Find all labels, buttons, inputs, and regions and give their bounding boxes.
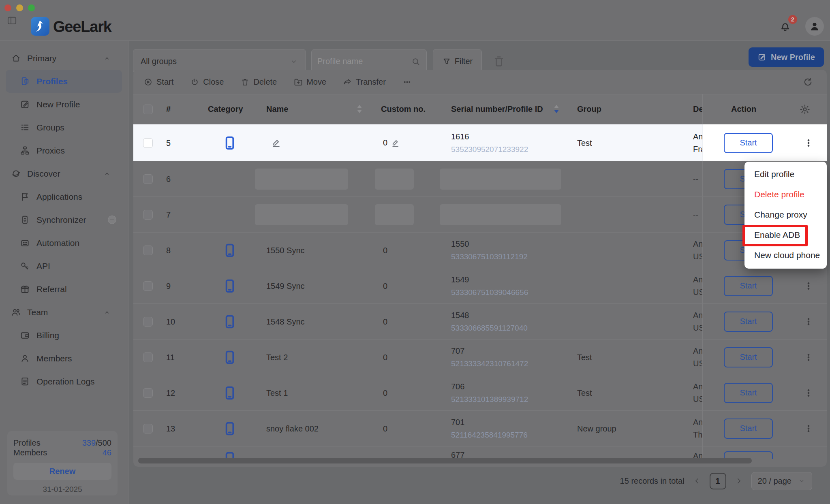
cloud-phone-category-icon: [222, 349, 238, 365]
header-device: De: [693, 94, 704, 124]
toolbar-close-button[interactable]: Close: [190, 77, 224, 87]
row-checkbox[interactable]: [143, 210, 153, 220]
context-menu-item-edit-profile[interactable]: Edit profile: [744, 164, 827, 184]
custom-number-cell: 0: [383, 317, 387, 326]
edit-custom-no-pencil-icon[interactable]: [391, 138, 400, 148]
start-button[interactable]: Start: [724, 347, 773, 367]
serial-sort-control[interactable]: [554, 105, 559, 113]
row-checkbox[interactable]: [143, 281, 153, 291]
share-icon: [343, 77, 352, 87]
sidebar-item-billing[interactable]: Billing: [6, 324, 122, 347]
renew-button[interactable]: Renew: [13, 463, 111, 480]
window-zoom-button[interactable]: [28, 4, 35, 11]
toolbar-start-button[interactable]: Start: [143, 77, 173, 87]
custom-number-cell: 0: [383, 138, 400, 148]
row-checkbox[interactable]: [143, 388, 153, 398]
profile-name: 1550 Sync: [266, 246, 305, 255]
next-page-icon[interactable]: [735, 477, 743, 485]
edit-name-pencil-icon[interactable]: [271, 138, 282, 148]
sidebar-section-discover[interactable]: Discover: [0, 162, 128, 185]
profile-id: 535230952071233922: [451, 143, 528, 156]
context-menu-item-change-proxy[interactable]: Change proxy: [744, 205, 827, 225]
phone-sync-icon: [20, 215, 30, 225]
sidebar-item-applications[interactable]: Applications: [6, 185, 122, 208]
table-row: 81550 Sync01550533306751039112192AnUSSta…: [133, 233, 827, 268]
sidebar-item-proxies[interactable]: Proxies: [6, 139, 122, 162]
column-settings-gear-icon[interactable]: [799, 104, 811, 115]
sidebar-section-team[interactable]: Team: [0, 301, 128, 324]
sidebar-item-profiles[interactable]: Profiles: [6, 70, 122, 93]
window-minimize-button[interactable]: [16, 4, 23, 11]
custom-number-value: 0: [383, 388, 387, 397]
chevron-down-icon: [289, 57, 298, 66]
start-button[interactable]: Start: [724, 383, 773, 403]
select-all-checkbox[interactable]: [143, 105, 153, 114]
toolbar-transfer-button[interactable]: Transfer: [343, 77, 386, 87]
device-os: An: [693, 416, 703, 429]
start-button[interactable]: Start: [724, 419, 773, 439]
loading-skeleton: [255, 204, 348, 225]
plan-summary: Profiles 339/500 Members 46 Renew 31-01-…: [7, 431, 118, 495]
row-checkbox[interactable]: [143, 317, 153, 327]
action-cell: Start: [702, 340, 827, 375]
row-checkbox[interactable]: [143, 138, 153, 148]
start-button[interactable]: Start: [724, 133, 773, 153]
context-menu-item-enable-adb[interactable]: Enable ADB: [744, 225, 827, 245]
row-context-menu: Edit profileDelete profileChange proxyEn…: [744, 162, 827, 269]
row-checkbox[interactable]: [143, 352, 153, 362]
row-number: 12: [166, 388, 175, 397]
name-sort-control[interactable]: [357, 105, 362, 113]
current-page-button[interactable]: 1: [710, 473, 726, 489]
previous-page-icon[interactable]: [693, 477, 701, 485]
sidebar-item-referral[interactable]: Referral: [6, 278, 122, 301]
collapse-caret-icon: [103, 170, 111, 178]
toolbar-button-label: Move: [306, 77, 326, 87]
horizontal-scrollbar[interactable]: [138, 458, 752, 463]
sidebar-item-label: Automation: [36, 238, 79, 248]
sidebar-toggle-icon[interactable]: [6, 15, 17, 26]
loading-skeleton: [375, 169, 414, 190]
sidebar-item-new-profile[interactable]: New Profile: [6, 93, 122, 116]
refresh-icon[interactable]: [802, 77, 813, 88]
row-more-actions-icon[interactable]: [803, 281, 814, 291]
sidebar-item-automation[interactable]: Automation: [6, 231, 122, 254]
toolbar-delete-button[interactable]: Delete: [240, 77, 277, 87]
row-checkbox[interactable]: [143, 424, 153, 434]
context-menu-item-delete-profile[interactable]: Delete profile: [744, 184, 827, 205]
members-quota-row: Members 46: [13, 448, 111, 457]
row-checkbox[interactable]: [143, 174, 153, 184]
row-more-actions-icon[interactable]: [803, 388, 814, 398]
profile-id: 533306751039112192: [451, 250, 528, 263]
sidebar-item-operation-logs[interactable]: Operation Logs: [6, 370, 122, 393]
clear-filter-icon[interactable]: [492, 54, 506, 68]
row-more-actions-icon[interactable]: [803, 352, 814, 363]
toolbar-move-button[interactable]: Move: [293, 77, 326, 87]
sidebar-item-api[interactable]: API: [6, 254, 122, 278]
page-size-select[interactable]: 20 / page: [751, 472, 812, 490]
serial-profile-id-cell: 701521164235841995776: [451, 416, 528, 441]
context-menu-item-new-cloud-phone[interactable]: New cloud phone: [744, 245, 827, 265]
start-button[interactable]: Start: [724, 312, 773, 332]
serial-number: 706: [451, 380, 528, 393]
new-profile-button[interactable]: New Profile: [749, 47, 824, 67]
sidebar-item-members[interactable]: Members: [6, 347, 122, 370]
network-icon: [20, 145, 30, 156]
row-number: 5: [166, 138, 171, 147]
sidebar-item-groups[interactable]: Groups: [6, 116, 122, 139]
start-button[interactable]: Start: [724, 276, 773, 296]
toolbar-more-button[interactable]: [402, 77, 412, 87]
row-more-actions-icon[interactable]: [803, 316, 814, 327]
row-number: 9: [166, 281, 171, 290]
window-close-button[interactable]: [4, 4, 11, 11]
sidebar-item-synchronizer[interactable]: Synchronizer: [6, 208, 122, 231]
chevron-down-icon: [798, 477, 806, 485]
sidebar-section-primary[interactable]: Primary: [0, 47, 128, 70]
members-quota-value: 46: [103, 448, 111, 457]
row-more-actions-icon[interactable]: [803, 138, 814, 148]
row-more-actions-icon[interactable]: [803, 423, 814, 434]
user-avatar[interactable]: [805, 17, 824, 36]
profiles-quota-label: Profiles: [13, 438, 41, 448]
custom-number-cell: 0: [383, 388, 387, 397]
page-size-value: 20 / page: [758, 476, 791, 486]
row-checkbox[interactable]: [143, 246, 153, 255]
